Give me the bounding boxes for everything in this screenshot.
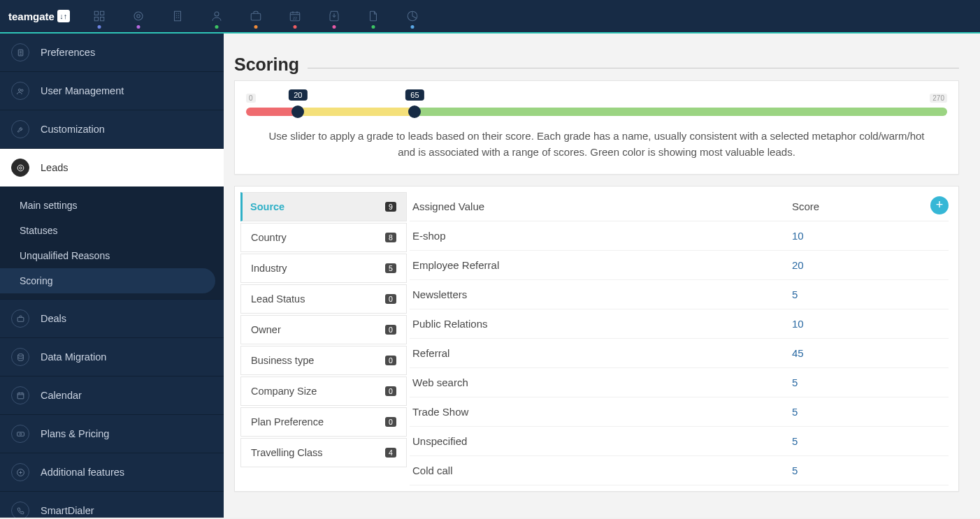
target-icon	[11, 159, 29, 177]
subnav-item-scoring[interactable]: Scoring	[0, 268, 215, 293]
sidebar-item-deals[interactable]: Deals	[0, 300, 224, 337]
category-label: Lead Status	[251, 293, 305, 305]
topnav-files[interactable]	[365, 0, 382, 33]
category-row-industry[interactable]: Industry5	[240, 254, 407, 283]
svg-point-28	[19, 166, 21, 168]
briefcase-icon	[11, 309, 29, 328]
category-label: Travelling Class	[251, 447, 323, 458]
svg-text:22: 22	[293, 16, 297, 20]
category-label: Industry	[251, 263, 287, 274]
category-count: 8	[385, 233, 396, 242]
topnav-calendar[interactable]: 22	[287, 0, 303, 33]
svg-point-26	[21, 89, 23, 92]
slider-handle-2[interactable]	[408, 105, 421, 118]
value-row[interactable]: Trade Show5	[410, 397, 949, 427]
value-name: Public Relations	[412, 318, 792, 330]
category-label: Source	[250, 201, 284, 212]
svg-rect-2	[94, 17, 98, 21]
slider-card: 0 270 2065 Use slider to apply a grade t…	[234, 80, 959, 175]
svg-point-13	[215, 12, 219, 16]
logo-badge-icon: ↓↑	[57, 10, 70, 22]
value-row[interactable]: Newsletters5	[410, 280, 949, 309]
value-row[interactable]: Referral45	[410, 339, 949, 368]
value-score[interactable]: 45	[792, 347, 946, 359]
value-score[interactable]: 10	[792, 318, 946, 330]
sidebar-item-plans-pricing[interactable]: Plans & Pricing	[0, 415, 224, 453]
topnav-reports[interactable]	[404, 0, 421, 33]
category-row-lead-status[interactable]: Lead Status0	[240, 284, 407, 314]
slider-bubble-2: 65	[405, 89, 424, 101]
grade-slider[interactable]: 0 270 2065	[246, 108, 947, 116]
category-row-owner[interactable]: Owner0	[240, 315, 407, 344]
page-title: Scoring	[234, 54, 959, 75]
svg-point-30	[17, 353, 23, 356]
value-name: Web search	[412, 377, 792, 388]
value-row[interactable]: E-shop10	[410, 221, 949, 251]
value-row[interactable]: Web search5	[410, 368, 949, 397]
subnav-item-main-settings[interactable]: Main settings	[0, 193, 224, 218]
logo-text: teamgate	[8, 10, 55, 22]
svg-point-36	[20, 433, 22, 435]
slider-segment-green	[415, 108, 947, 116]
value-score[interactable]: 5	[792, 406, 946, 418]
grid-icon	[93, 10, 106, 22]
category-row-company-size[interactable]: Company Size0	[240, 377, 407, 406]
value-score[interactable]: 5	[792, 377, 946, 388]
slider-bubble-1: 20	[289, 89, 307, 101]
sidebar-item-preferences[interactable]: Preferences	[0, 34, 224, 71]
topnav-target[interactable]	[130, 0, 147, 33]
value-score[interactable]: 20	[792, 259, 946, 271]
value-score[interactable]: 10	[792, 230, 946, 242]
value-row[interactable]: Public Relations10	[410, 309, 949, 339]
add-value-button[interactable]: +	[930, 196, 949, 214]
value-row[interactable]: Cold call5	[410, 456, 949, 485]
sidebar-item-leads[interactable]: Leads	[0, 149, 224, 187]
sidebar-item-additional-features[interactable]: Additional features	[0, 453, 224, 491]
value-score[interactable]: 5	[792, 435, 946, 447]
topnav-deals[interactable]	[247, 0, 264, 33]
sidebar-item-data-migration[interactable]: Data Migration	[0, 338, 224, 376]
sidebar-item-smartdialer[interactable]: SmartDialer	[0, 492, 224, 518]
category-row-plan-preference[interactable]: Plan Preference0	[240, 407, 407, 437]
sidebar-item-user-management[interactable]: User Management	[0, 72, 224, 110]
value-row[interactable]: Employee Referral20	[410, 251, 949, 280]
svg-rect-1	[100, 11, 103, 15]
sidebar-item-label: Additional features	[41, 467, 124, 478]
target-icon	[132, 10, 145, 22]
topnav-inbox[interactable]	[326, 0, 343, 33]
category-row-source[interactable]: Source9	[240, 192, 407, 221]
category-row-travelling-class[interactable]: Travelling Class4	[240, 438, 407, 467]
sidebar-item-calendar[interactable]: Calendar	[0, 377, 224, 414]
logo[interactable]: teamgate ↓↑	[8, 10, 70, 22]
topnav-companies[interactable]	[169, 0, 186, 33]
sidebar-item-label: Leads	[41, 162, 69, 173]
value-name: Cold call	[412, 465, 792, 476]
subnav-item-unqualified-reasons[interactable]: Unqualified Reasons	[0, 243, 224, 268]
sidebar-item-label: Plans & Pricing	[41, 428, 109, 439]
value-score[interactable]: 5	[792, 288, 946, 300]
topnav-people[interactable]	[208, 0, 225, 33]
price-icon	[11, 425, 29, 443]
category-count: 5	[385, 263, 396, 273]
slider-description: Use slider to apply a grade to leads bas…	[246, 129, 947, 160]
topnav-dashboard[interactable]	[91, 0, 108, 33]
scoring-table: Source9Country8Industry5Lead Status0Owne…	[234, 186, 959, 492]
svg-point-5	[137, 15, 140, 18]
svg-rect-0	[94, 11, 98, 15]
sidebar-item-label: User Management	[41, 85, 124, 96]
subnav-item-statuses[interactable]: Statuses	[0, 218, 224, 243]
category-label: Business type	[251, 355, 314, 366]
value-row[interactable]: Unspecified5	[410, 427, 949, 456]
value-score[interactable]: 5	[792, 465, 946, 476]
inbox-icon	[328, 10, 340, 22]
plus-box-icon	[11, 463, 29, 481]
sidebar-item-label: Calendar	[41, 390, 82, 401]
svg-rect-14	[251, 13, 261, 20]
sidebar-item-customization[interactable]: Customization	[0, 110, 224, 148]
category-row-country[interactable]: Country8	[240, 223, 407, 252]
category-row-business-type[interactable]: Business type0	[240, 346, 407, 375]
category-label: Owner	[251, 324, 281, 335]
db-icon	[11, 348, 29, 366]
value-name: Newsletters	[412, 288, 792, 300]
slider-handle-1[interactable]	[291, 105, 304, 118]
